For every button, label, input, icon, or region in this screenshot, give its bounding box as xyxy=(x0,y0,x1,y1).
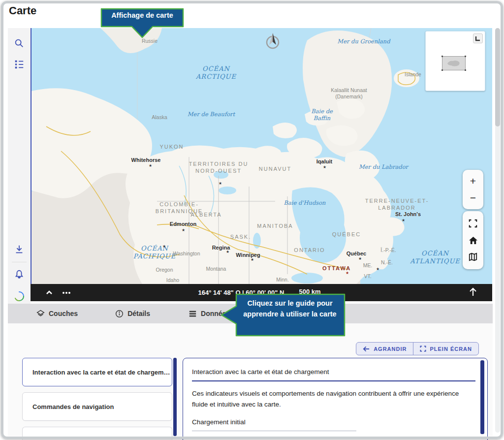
legend-list-icon[interactable] xyxy=(12,57,27,71)
enlarge-button-label: AGRANDIR xyxy=(374,346,407,352)
guide-content: Interaction avec la carte et état de cha… xyxy=(183,358,488,440)
page-title: Carte xyxy=(9,4,36,17)
callout-map-view-text: Affichage de carte xyxy=(100,11,184,19)
north-arrow-icon[interactable] xyxy=(263,32,283,52)
callout-guide-hint-text: Cliquez sur le guide pour apprendre à ut… xyxy=(236,298,344,320)
guide-content-paragraph: Ces indicateurs visuels et comportements… xyxy=(192,388,475,410)
search-icon[interactable] xyxy=(12,36,27,51)
guide-panel: AGRANDIR PLEIN ÉCRAN Interaction avec la… xyxy=(8,323,493,436)
divider xyxy=(192,380,475,381)
home-extent-icon[interactable] xyxy=(464,232,482,249)
loading-spinner-icon xyxy=(12,289,27,304)
map-viewer-page: Carte xyxy=(0,0,504,440)
basemap-icon[interactable] xyxy=(464,249,482,265)
overview-toggle-icon[interactable] xyxy=(473,33,483,43)
zoom-out-button[interactable]: − xyxy=(464,189,482,206)
zoom-in-button[interactable]: + xyxy=(464,173,482,189)
map-canvas[interactable]: Russie OCÉAN ARCTIQUE Mer du Groenland K… xyxy=(31,28,492,284)
guide-content-heading: Interaction avec la carte et état de cha… xyxy=(192,368,475,376)
map-land-art xyxy=(32,28,492,284)
zoom-controls: + − xyxy=(463,170,483,209)
guide-nav-item[interactable] xyxy=(22,427,172,440)
divider xyxy=(192,431,356,431)
guide-content-subheading: Chargement initial xyxy=(192,418,475,426)
scroll-top-icon[interactable] xyxy=(468,286,478,297)
tab-couches[interactable]: Couches xyxy=(36,310,78,318)
tab-details[interactable]: Détails xyxy=(115,310,150,318)
overview-map[interactable] xyxy=(425,31,485,91)
guide-nav-item[interactable]: Commandes de navigation xyxy=(22,392,172,421)
guide-nav-list: Interaction avec la carte et état de cha… xyxy=(22,358,172,440)
notifications-icon[interactable] xyxy=(12,267,27,282)
guide-content-paragraph: Lors de l'initialisation du visualiseur … xyxy=(192,438,475,440)
fullscreen-button[interactable]: PLEIN ÉCRAN xyxy=(413,343,478,355)
tab-couches-label: Couches xyxy=(49,310,78,317)
guide-nav-item[interactable]: Interaction avec la carte et état de cha… xyxy=(22,358,172,386)
guide-content-scrollbar[interactable] xyxy=(480,360,484,434)
map-nav-controls xyxy=(463,211,483,269)
callout-guide-hint: Cliquez sur le guide pour apprendre à ut… xyxy=(220,293,346,337)
callout-map-view: Affichage de carte xyxy=(100,8,184,39)
guide-nav-scrollbar[interactable] xyxy=(173,358,177,436)
panel-actions: AGRANDIR PLEIN ÉCRAN xyxy=(356,342,479,355)
fullscreen-map-icon[interactable] xyxy=(464,215,482,232)
enlarge-button[interactable]: AGRANDIR xyxy=(356,343,413,355)
tab-details-label: Détails xyxy=(127,310,150,317)
download-icon[interactable] xyxy=(12,242,27,257)
app-bar xyxy=(8,28,31,304)
overview-extent-box[interactable] xyxy=(442,56,466,70)
page-scrollbar-thumb[interactable] xyxy=(495,28,500,126)
fullscreen-button-label: PLEIN ÉCRAN xyxy=(430,346,472,352)
